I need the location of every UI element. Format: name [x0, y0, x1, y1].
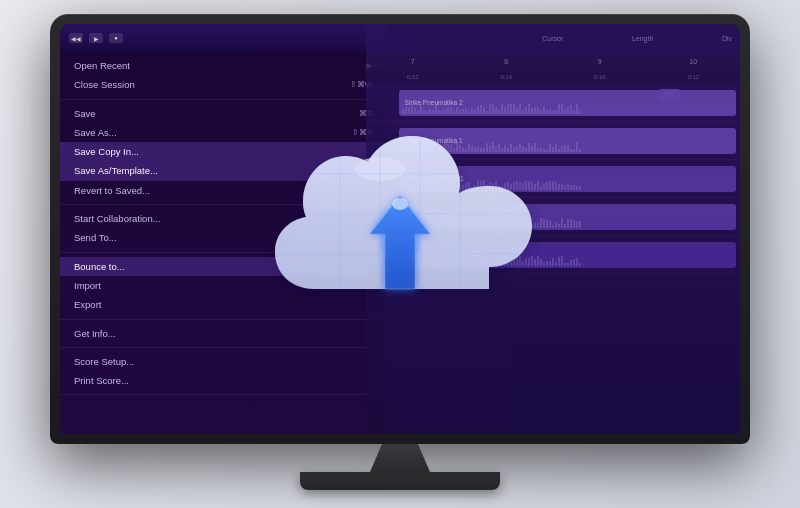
monitor-screen: ◀◀ ▶ ● Open Recent▶Close Session⇧⌘WSave⌘… [60, 24, 740, 434]
menu-section-5: Score Setup...Print Score... [60, 348, 386, 396]
daw-menu-panel: ◀◀ ▶ ● Open Recent▶Close Session⇧⌘WSave⌘… [60, 24, 386, 434]
menu-item-3-0[interactable]: Bounce to...▶ [60, 257, 386, 276]
daw-timeline: Cursor Length Div 7 8 9 10 0:12 [366, 24, 740, 434]
menu-item-label-1-2: Save Copy In... [74, 145, 139, 158]
daw-topbar-right: Cursor Length Div [534, 24, 740, 52]
timeline-numbers: 7 8 9 10 [366, 58, 740, 65]
track-clip-3: Tom Loop_cm-02 [399, 204, 736, 230]
menu-item-label-4-0: Get Info... [74, 327, 116, 340]
menu-item-label-3-1: Import [74, 279, 101, 292]
menu-item-3-2[interactable]: Export [60, 295, 386, 314]
track-clip-label-3: Tom Loop_cm-02 [404, 213, 454, 220]
menu-item-5-1[interactable]: Print Score... [60, 371, 386, 390]
track-clip-label-4: Closed HH Synchro_01-02 [404, 251, 481, 258]
transport-record[interactable]: ● [109, 33, 123, 43]
track-clip-4: Closed HH Synchro_01-02 [399, 242, 736, 268]
menu-section-3: Bounce to...▶ImportExport [60, 253, 386, 320]
menu-item-2-1[interactable]: Send To...▶ [60, 228, 386, 247]
track-row-3: Tom Loop_cm-02 [366, 198, 740, 236]
menu-item-1-4[interactable]: Revert to Saved... [60, 181, 386, 200]
div-label: Div [722, 35, 732, 42]
track-clip-2: Tom Pneumatika_01 [399, 166, 736, 192]
menu-item-3-1[interactable]: Import [60, 276, 386, 295]
menu-item-label-1-1: Save As... [74, 126, 117, 139]
menu-item-label-0-0: Open Recent [74, 59, 130, 72]
menu-item-2-0[interactable]: Start Collaboration... [60, 209, 386, 228]
track-row-2: Tom Pneumatika_01 [366, 160, 740, 198]
length-label: Length [632, 35, 653, 42]
transport-play[interactable]: ▶ [89, 33, 103, 43]
track-clip-label-2: Tom Pneumatika_01 [404, 175, 463, 182]
menu-item-label-5-1: Print Score... [74, 374, 129, 387]
cursor-label: Cursor [542, 35, 563, 42]
menu-item-label-2-0: Start Collaboration... [74, 212, 161, 225]
menu-item-1-2[interactable]: Save Copy In... [60, 142, 386, 161]
menu-sections: Open Recent▶Close Session⇧⌘WSave⌘SSave A… [60, 52, 386, 395]
track-clip-label-1: Strike Pneumatika 1 [404, 137, 462, 144]
monitor-wrapper: ◀◀ ▶ ● Open Recent▶Close Session⇧⌘WSave⌘… [40, 14, 760, 494]
track-clip-0: Strike Pneumatika 2 [399, 90, 736, 116]
menu-item-4-0[interactable]: Get Info... [60, 324, 386, 343]
menu-item-0-0[interactable]: Open Recent▶ [60, 56, 386, 75]
menu-item-label-2-1: Send To... [74, 231, 117, 244]
monitor-neck [370, 444, 430, 472]
menu-item-label-0-1: Close Session [74, 78, 135, 91]
menu-item-1-0[interactable]: Save⌘S [60, 104, 386, 123]
menu-item-label-1-3: Save As/Template... [74, 164, 158, 177]
menu-item-label-3-0: Bounce to... [74, 260, 125, 273]
track-clip-label-0: Strike Pneumatika 2 [404, 99, 462, 106]
menu-section-0: Open Recent▶Close Session⇧⌘W [60, 52, 386, 100]
track-clip-1: Strike Pneumatika 1 [399, 128, 736, 154]
track-row-1: Strike Pneumatika 1 [366, 122, 740, 160]
menu-item-label-1-0: Save [74, 107, 96, 120]
menu-section-2: Start Collaboration...Send To...▶ [60, 205, 386, 253]
menu-topbar: ◀◀ ▶ ● [60, 24, 386, 52]
menu-item-label-1-4: Revert to Saved... [74, 184, 150, 197]
track-row-4: Closed HH Synchro_01-02 [366, 236, 740, 274]
monitor-body: ◀◀ ▶ ● Open Recent▶Close Session⇧⌘WSave⌘… [50, 14, 750, 444]
track-clips-area: Strike Pneumatika 2Strike Pneumatika 1To… [366, 84, 740, 434]
menu-item-0-1[interactable]: Close Session⇧⌘W [60, 75, 386, 94]
timeline-timecodes: 0:12 0:14 0:16 0:12 [366, 74, 740, 80]
menu-item-label-5-0: Score Setup... [74, 355, 134, 368]
menu-item-1-1[interactable]: Save As...⇧⌘S [60, 123, 386, 142]
menu-section-1: Save⌘SSave As...⇧⌘SSave Copy In...Save A… [60, 100, 386, 205]
monitor-base [300, 472, 500, 490]
menu-section-4: Get Info... [60, 320, 386, 348]
menu-item-label-3-2: Export [74, 298, 101, 311]
track-row-0: Strike Pneumatika 2 [366, 84, 740, 122]
menu-item-5-0[interactable]: Score Setup... [60, 352, 386, 371]
transport-rewind[interactable]: ◀◀ [69, 33, 83, 43]
menu-item-1-3[interactable]: Save As/Template... [60, 161, 386, 180]
